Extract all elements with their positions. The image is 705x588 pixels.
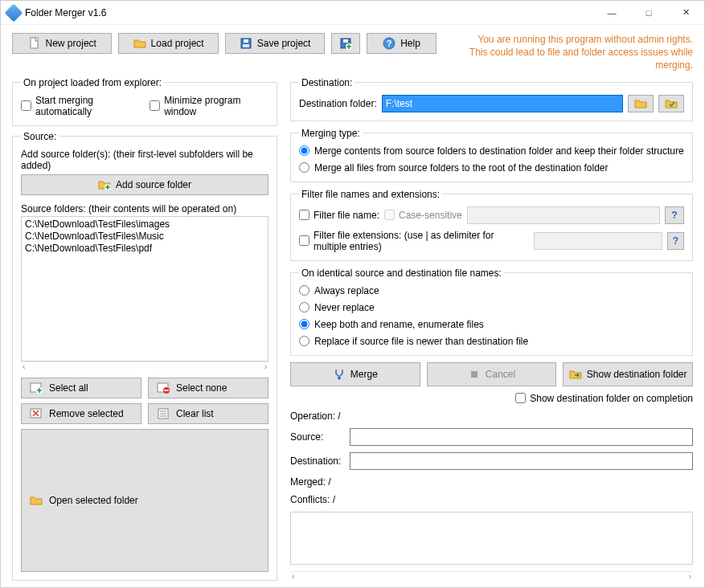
cancel-button[interactable]: Cancel xyxy=(427,362,557,386)
merge-type-opt2-label: Merge all files from source folders to t… xyxy=(314,162,609,174)
remove-icon xyxy=(30,407,43,420)
replace-newer-label: Replace if source file is newer than des… xyxy=(314,336,528,347)
content: New project Load project Save project ? … xyxy=(1,25,704,587)
add-source-folder-button[interactable]: Add source folder xyxy=(21,174,268,195)
cancel-label: Cancel xyxy=(486,369,515,380)
maximize-button[interactable]: □ xyxy=(630,1,667,25)
warning-line1: You are running this program without adm… xyxy=(443,33,693,46)
show-on-completion-checkbox[interactable]: Show destination folder on completion xyxy=(515,393,693,404)
svg-rect-3 xyxy=(243,44,249,47)
main-columns: On project loaded from explorer: Start m… xyxy=(12,77,693,581)
operation-status: Operation: / xyxy=(290,410,693,422)
filter-ext-checkbox[interactable]: Filter file extensions: (use | as delimi… xyxy=(299,230,529,252)
log-box[interactable] xyxy=(290,512,693,565)
merge-type-flatten[interactable]: Merge all files from source folders to t… xyxy=(299,162,684,174)
destination-legend: Destination: xyxy=(299,77,355,88)
merge-type-opt1-label: Merge contents from source folders to de… xyxy=(314,145,684,157)
filter-name-label: Filter file name: xyxy=(314,210,379,221)
never-replace-radio[interactable]: Never replace xyxy=(299,302,684,313)
toolbar: New project Load project Save project ? … xyxy=(12,33,693,72)
folder-plus-icon xyxy=(98,178,111,191)
filter-group: Filter file names and extensions: Filter… xyxy=(290,189,693,261)
add-source-label: Add source folder(s): (their first-level… xyxy=(21,149,268,171)
listbox-scrollbar[interactable]: ‹› xyxy=(21,361,268,371)
filter-name-help-button[interactable]: ? xyxy=(665,206,684,224)
clear-list-icon xyxy=(157,407,170,420)
start-merging-checkbox[interactable]: Start merging automatically xyxy=(21,95,145,117)
add-source-button-label: Add source folder xyxy=(116,179,191,190)
log-scrollbar[interactable]: ‹› xyxy=(290,571,693,581)
admin-warning: You are running this program without adm… xyxy=(443,33,693,72)
folder-check-icon xyxy=(665,97,678,110)
remove-selected-button[interactable]: Remove selected xyxy=(21,403,141,424)
minimize-window-checkbox[interactable]: Minimize program window xyxy=(150,95,268,117)
filter-ext-input[interactable] xyxy=(534,232,662,250)
case-sensitive-checkbox[interactable]: Case-sensitive xyxy=(384,210,462,221)
source-status-label: Source: xyxy=(290,431,346,443)
load-project-button[interactable]: Load project xyxy=(118,33,218,54)
list-item[interactable]: C:\NetDownload\TestFiles\images xyxy=(25,218,264,231)
help-button[interactable]: ? Help xyxy=(367,33,436,54)
folder-open-icon xyxy=(133,37,146,50)
new-project-label: New project xyxy=(46,38,96,49)
floppy-plus-icon xyxy=(339,37,352,50)
source-status-field xyxy=(350,428,693,446)
destination-status-field xyxy=(350,452,693,470)
svg-rect-0 xyxy=(31,38,38,48)
warning-line2: This could lead to file and folder acces… xyxy=(443,46,693,71)
explorer-legend: On project loaded from explorer: xyxy=(21,77,164,88)
select-all-icon xyxy=(30,382,43,394)
always-replace-label: Always replace xyxy=(314,285,379,296)
help-label: Help xyxy=(400,38,420,49)
action-row: Merge Cancel Show destination folder xyxy=(290,362,693,386)
select-none-button[interactable]: Select none xyxy=(148,378,268,398)
app-window: Folder Merger v1.6 — □ ✕ New project Loa… xyxy=(0,0,705,588)
source-folders-listbox[interactable]: C:\NetDownload\TestFiles\images C:\NetDo… xyxy=(21,216,268,362)
clear-list-button[interactable]: Clear list xyxy=(148,403,268,424)
merging-type-group: Merging type: Merge contents from source… xyxy=(290,128,693,182)
show-destination-button[interactable]: Show destination folder xyxy=(563,362,693,386)
merge-button[interactable]: Merge xyxy=(290,362,420,386)
list-item[interactable]: C:\NetDownload\TestFiles\Music xyxy=(25,231,264,243)
show-on-completion-label: Show destination folder on completion xyxy=(530,393,693,404)
save-as-button[interactable] xyxy=(331,33,360,54)
clear-list-label: Clear list xyxy=(176,408,214,419)
select-all-button[interactable]: Select all xyxy=(21,378,141,398)
minimize-button[interactable]: — xyxy=(593,1,630,25)
destination-folder-input[interactable] xyxy=(382,95,623,112)
minimize-window-label: Minimize program window xyxy=(164,95,268,117)
source-list-label: Source folders: (their contents will be … xyxy=(21,203,268,214)
explorer-group: On project loaded from explorer: Start m… xyxy=(12,77,277,126)
source-legend: Source: xyxy=(21,131,59,142)
filter-name-checkbox[interactable]: Filter file name: xyxy=(299,210,379,221)
keep-both-radio[interactable]: Keep both and rename, enumerate files xyxy=(299,319,684,330)
merge-label: Merge xyxy=(350,369,378,380)
browse-destination-button[interactable] xyxy=(628,95,654,112)
filter-ext-help-button[interactable]: ? xyxy=(667,232,684,250)
case-sensitive-label: Case-sensitive xyxy=(399,210,462,221)
filter-name-input[interactable] xyxy=(467,206,660,224)
open-destination-button[interactable] xyxy=(658,95,684,112)
list-item[interactable]: C:\NetDownload\TestFiles\pdf xyxy=(25,243,264,255)
help-icon: ? xyxy=(383,37,396,50)
show-destination-label: Show destination folder xyxy=(587,369,687,380)
save-project-button[interactable]: Save project xyxy=(225,33,325,54)
start-merging-label: Start merging automatically xyxy=(35,95,145,117)
stop-icon xyxy=(468,368,481,381)
close-button[interactable]: ✕ xyxy=(667,1,704,25)
folder-icon xyxy=(634,97,647,110)
load-project-label: Load project xyxy=(151,38,204,49)
open-selected-folder-button[interactable]: Open selected folder xyxy=(21,429,268,572)
merge-type-keep-structure[interactable]: Merge contents from source folders to de… xyxy=(299,145,684,157)
titlebar: Folder Merger v1.6 — □ ✕ xyxy=(1,1,704,25)
replace-newer-radio[interactable]: Replace if source file is newer than des… xyxy=(299,336,684,347)
svg-rect-16 xyxy=(471,371,478,378)
always-replace-radio[interactable]: Always replace xyxy=(299,285,684,296)
destination-group: Destination: Destination folder: xyxy=(290,77,693,121)
svg-rect-5 xyxy=(343,39,348,43)
select-all-label: Select all xyxy=(49,382,88,394)
folder-open-icon xyxy=(30,494,43,507)
conflicts-status: Conflicts: / xyxy=(290,494,693,505)
new-project-button[interactable]: New project xyxy=(12,33,112,54)
left-column: On project loaded from explorer: Start m… xyxy=(12,77,277,581)
